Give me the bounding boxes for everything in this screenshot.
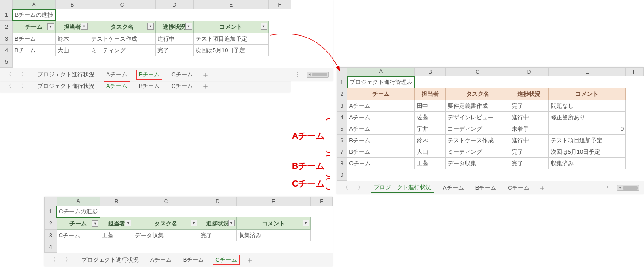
tab-prev[interactable]: 〈 bbox=[4, 71, 13, 78]
title-cell[interactable]: Cチームの進捗 bbox=[57, 206, 100, 217]
data-cell[interactable]: Bチーム bbox=[13, 45, 56, 56]
cell[interactable] bbox=[347, 169, 415, 181]
table-header-cell[interactable]: チーム▾ bbox=[13, 21, 56, 33]
data-cell[interactable]: 大山 bbox=[55, 45, 89, 56]
data-cell[interactable]: 次回は5月10日予定 bbox=[193, 45, 268, 56]
table-header-cell[interactable]: 進捗状況▾ bbox=[199, 217, 236, 230]
col-header[interactable]: B bbox=[415, 68, 446, 76]
col-header[interactable]: F bbox=[626, 68, 644, 76]
row-header[interactable]: 7 bbox=[337, 146, 347, 158]
tab-a[interactable]: Aチーム bbox=[440, 183, 467, 193]
row-header[interactable]: 6 bbox=[337, 135, 347, 146]
data-cell[interactable]: 宇井 bbox=[415, 123, 446, 135]
cell[interactable] bbox=[199, 241, 236, 253]
cell[interactable] bbox=[155, 56, 193, 68]
cell[interactable] bbox=[626, 135, 644, 146]
row-header[interactable]: 3 bbox=[0, 33, 13, 45]
table-header-cell[interactable]: コメント▾ bbox=[236, 217, 310, 230]
cell[interactable] bbox=[626, 100, 644, 112]
filter-dropdown-icon[interactable]: ▾ bbox=[185, 23, 192, 30]
data-cell[interactable]: Aチーム bbox=[347, 123, 415, 135]
data-cell[interactable]: ミーティング bbox=[446, 146, 510, 158]
data-cell[interactable]: Aチーム bbox=[347, 100, 415, 112]
cell[interactable] bbox=[446, 76, 510, 88]
filter-dropdown-icon[interactable]: ▾ bbox=[303, 220, 309, 226]
col-header[interactable]: C bbox=[446, 68, 510, 76]
data-cell[interactable]: 佐藤 bbox=[415, 112, 446, 123]
data-cell[interactable]: 完了 bbox=[510, 158, 548, 169]
data-cell[interactable]: 進行中 bbox=[510, 135, 548, 146]
tab-main[interactable]: プロジェクト進行状況 bbox=[34, 81, 97, 91]
select-all-corner[interactable] bbox=[45, 197, 57, 206]
tab-b[interactable]: Bチーム bbox=[473, 183, 499, 193]
cell[interactable] bbox=[133, 206, 199, 217]
cell[interactable] bbox=[626, 146, 644, 158]
tab-a[interactable]: Aチーム bbox=[104, 81, 130, 91]
tab-a[interactable]: Aチーム bbox=[104, 70, 130, 80]
select-all-corner[interactable] bbox=[0, 0, 13, 9]
row-header[interactable]: 2 bbox=[0, 21, 13, 33]
cell[interactable] bbox=[89, 56, 155, 68]
data-cell[interactable]: 進行中 bbox=[510, 112, 548, 123]
cell[interactable] bbox=[310, 217, 332, 230]
cell[interactable] bbox=[100, 241, 133, 253]
col-header[interactable]: F bbox=[268, 0, 291, 9]
table-header-cell[interactable]: タスク名 bbox=[446, 88, 510, 100]
col-header[interactable]: F bbox=[310, 197, 332, 206]
col-header[interactable]: E bbox=[548, 68, 626, 76]
title-cell[interactable]: プロジェクト進行管理表 bbox=[347, 76, 415, 88]
data-cell[interactable]: 未着手 bbox=[510, 123, 548, 135]
data-cell[interactable]: 工藤 bbox=[415, 158, 446, 169]
tab-c[interactable]: Cチーム bbox=[505, 183, 532, 193]
col-header[interactable]: C bbox=[89, 0, 155, 9]
data-cell[interactable]: データ収集 bbox=[446, 158, 510, 169]
cell[interactable] bbox=[55, 9, 89, 21]
table-header-cell[interactable]: チーム bbox=[347, 88, 415, 100]
table-header-cell[interactable]: タスク名▾ bbox=[89, 21, 155, 33]
cell[interactable] bbox=[548, 76, 626, 88]
cell[interactable] bbox=[268, 9, 291, 21]
row-header[interactable]: 4 bbox=[0, 45, 13, 56]
cell[interactable] bbox=[193, 56, 268, 68]
tab-next[interactable]: 〉 bbox=[356, 184, 365, 191]
col-header[interactable]: A bbox=[13, 0, 56, 9]
cell[interactable] bbox=[89, 9, 155, 21]
row-header[interactable]: 3 bbox=[45, 230, 57, 241]
data-cell[interactable]: テストケース作成 bbox=[89, 33, 155, 45]
filter-dropdown-icon[interactable]: ▾ bbox=[147, 23, 154, 30]
data-cell[interactable]: ミーティング bbox=[89, 45, 155, 56]
row-header[interactable]: 4 bbox=[45, 241, 57, 253]
cell[interactable] bbox=[310, 241, 332, 253]
data-cell[interactable]: 鈴木 bbox=[55, 33, 89, 45]
data-cell[interactable]: 次回は5月10日予定 bbox=[548, 146, 626, 158]
row-header[interactable]: 5 bbox=[0, 56, 13, 68]
data-cell[interactable]: 完了 bbox=[510, 146, 548, 158]
row-header[interactable]: 1 bbox=[0, 9, 13, 21]
data-cell[interactable]: コーディング bbox=[446, 123, 510, 135]
data-cell[interactable]: Cチーム bbox=[347, 158, 415, 169]
data-cell[interactable]: 進行中 bbox=[155, 33, 193, 45]
table-header-cell[interactable]: コメント▾ bbox=[193, 21, 268, 33]
cell[interactable] bbox=[548, 169, 626, 181]
tab-c[interactable]: Cチーム bbox=[169, 70, 195, 80]
data-cell[interactable]: Bチーム bbox=[13, 33, 56, 45]
data-cell[interactable]: テスト項目追加予定 bbox=[193, 33, 268, 45]
cell[interactable] bbox=[446, 169, 510, 181]
data-cell[interactable]: 完了 bbox=[155, 45, 193, 56]
filter-dropdown-icon[interactable]: ▾ bbox=[228, 220, 235, 226]
cell[interactable] bbox=[626, 123, 644, 135]
filter-dropdown-icon[interactable]: ▾ bbox=[92, 220, 98, 227]
filter-dropdown-icon[interactable]: ▾ bbox=[81, 23, 88, 30]
col-header[interactable]: C bbox=[133, 197, 199, 206]
tab-next[interactable]: 〉 bbox=[64, 256, 73, 263]
data-cell[interactable]: デザインレビュー bbox=[446, 112, 510, 123]
col-header[interactable]: A bbox=[57, 197, 100, 206]
tab-prev[interactable]: 〈 bbox=[341, 184, 350, 191]
tab-c[interactable]: Cチーム bbox=[169, 81, 195, 91]
data-cell[interactable]: 0 bbox=[548, 123, 626, 135]
cell[interactable] bbox=[510, 169, 548, 181]
cell[interactable] bbox=[199, 206, 236, 217]
row-header[interactable]: 2 bbox=[45, 217, 57, 230]
data-cell[interactable]: 完了 bbox=[510, 100, 548, 112]
cell[interactable] bbox=[13, 56, 56, 68]
